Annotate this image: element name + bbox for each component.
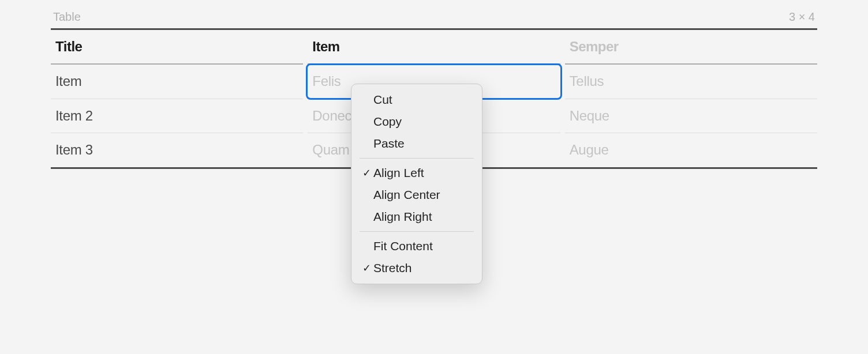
menu-item[interactable]: Paste xyxy=(351,133,482,155)
table-dimensions: 3 × 4 xyxy=(789,10,815,24)
check-icon: ✓ xyxy=(360,167,373,179)
cell-text: Donec xyxy=(312,108,351,123)
cell-text: Item 2 xyxy=(55,108,93,123)
check-icon: ✓ xyxy=(360,262,373,274)
column-header[interactable]: Title xyxy=(51,30,303,65)
cell-text: Item xyxy=(55,73,81,89)
menu-item-label: Copy xyxy=(373,115,402,129)
menu-item-label: Paste xyxy=(373,137,405,150)
menu-item[interactable]: Cut xyxy=(351,89,482,111)
table-label: Table xyxy=(53,10,81,24)
menu-item[interactable]: Fit Content xyxy=(351,235,482,257)
menu-item[interactable]: Align Center xyxy=(351,184,482,206)
table-cell[interactable]: Neque xyxy=(565,99,817,133)
menu-item-label: Fit Content xyxy=(373,239,433,253)
menu-item-label: Align Left xyxy=(373,166,424,180)
menu-item[interactable]: ✓Align Left xyxy=(351,162,482,184)
table-meta: Table 3 × 4 xyxy=(51,10,817,28)
table-cell[interactable]: Tellus xyxy=(565,65,817,99)
menu-item-label: Cut xyxy=(373,93,392,107)
context-menu: CutCopyPaste✓Align LeftAlign CenterAlign… xyxy=(351,84,482,284)
menu-divider xyxy=(360,231,474,232)
cell-text: Quam xyxy=(312,142,349,157)
table-cell[interactable]: Item 3 xyxy=(51,133,303,167)
menu-item[interactable]: ✓Stretch xyxy=(351,257,482,279)
cell-text: Tellus xyxy=(570,73,604,89)
column-header[interactable]: Semper xyxy=(565,30,817,65)
menu-item-label: Align Right xyxy=(373,210,432,224)
column-header[interactable]: Item xyxy=(308,30,560,65)
table-cell[interactable]: Item 2 xyxy=(51,99,303,133)
menu-item[interactable]: Copy xyxy=(351,111,482,133)
menu-divider xyxy=(360,158,474,159)
cell-text: Item 3 xyxy=(55,142,93,157)
cell-text: Neque xyxy=(570,108,609,123)
menu-item[interactable]: Align Right xyxy=(351,206,482,228)
cell-text: Felis xyxy=(312,73,341,89)
table-cell[interactable]: Augue xyxy=(565,133,817,167)
menu-item-label: Align Center xyxy=(373,188,440,202)
cell-text: Augue xyxy=(570,142,609,157)
table-cell[interactable]: Item xyxy=(51,65,303,99)
menu-item-label: Stretch xyxy=(373,261,412,275)
